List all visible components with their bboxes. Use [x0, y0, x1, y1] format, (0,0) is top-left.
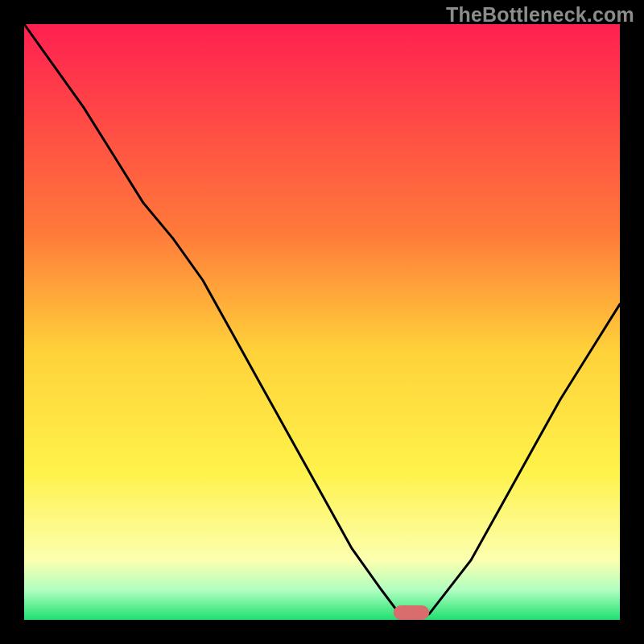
- optimal-marker: [394, 605, 429, 620]
- gradient-background: [24, 24, 620, 620]
- bottleneck-chart: [24, 24, 620, 620]
- watermark-text: TheBottleneck.com: [446, 3, 634, 27]
